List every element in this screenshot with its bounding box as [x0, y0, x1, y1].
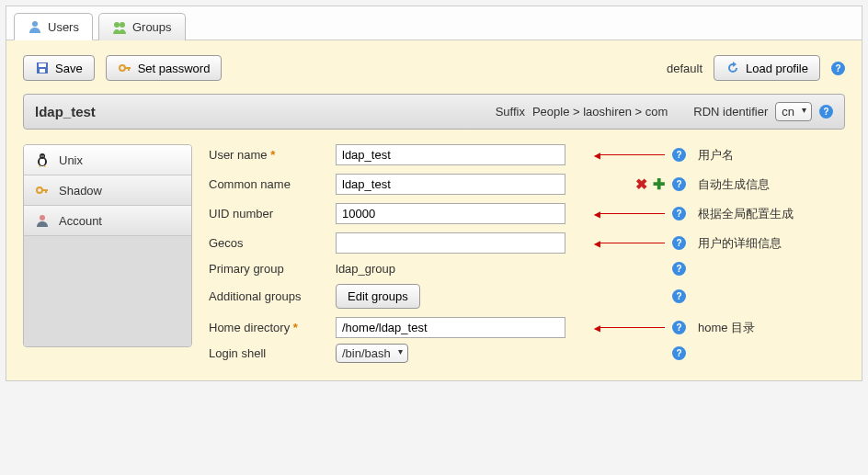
- key-icon: [35, 183, 50, 198]
- sidebar-empty: [24, 236, 191, 346]
- sidetab-shadow[interactable]: Shadow: [24, 175, 191, 206]
- help-icon[interactable]: ?: [672, 177, 686, 191]
- annotation-username: 用户名: [698, 147, 845, 164]
- suffix-value: People > laoshiren > com: [532, 105, 668, 119]
- additional-label: Additional groups: [209, 289, 328, 303]
- help-icon[interactable]: ?: [819, 105, 833, 119]
- arrow-icon: ◀: [573, 237, 665, 250]
- save-button[interactable]: Save: [23, 55, 95, 81]
- svg-point-1: [114, 22, 120, 28]
- svg-point-12: [37, 187, 42, 193]
- help-icon[interactable]: ?: [672, 346, 686, 360]
- body: Unix Shadow Account User name * ◀ ? 用户名: [23, 144, 845, 360]
- common-actions: ✖ ✚: [573, 175, 665, 193]
- help-icon[interactable]: ?: [672, 262, 686, 276]
- sidetab-unix[interactable]: Unix: [24, 145, 191, 175]
- suffix-label: Suffix: [496, 105, 525, 119]
- shell-select[interactable]: /bin/bash: [336, 344, 408, 363]
- gecos-label: Gecos: [209, 236, 328, 250]
- key-icon: [118, 61, 132, 75]
- username-input[interactable]: [336, 144, 565, 165]
- home-label: Home directory *: [209, 321, 328, 334]
- annotation-common: 自动生成信息: [698, 176, 845, 193]
- svg-point-9: [40, 153, 45, 159]
- save-icon: [35, 61, 50, 75]
- add-icon[interactable]: ✚: [653, 175, 665, 193]
- sidetab-account-label: Account: [59, 214, 102, 228]
- uid-input[interactable]: [336, 203, 565, 224]
- sidetab-unix-label: Unix: [59, 153, 83, 167]
- rdn-label: RDN identifier: [693, 105, 768, 119]
- entry-title: ldap_test: [35, 104, 96, 119]
- app-frame: Users Groups Save Set password default L…: [6, 6, 862, 381]
- svg-point-11: [42, 155, 43, 156]
- toolbar: Save Set password default Load profile ?: [23, 55, 845, 81]
- remove-icon[interactable]: ✖: [635, 175, 647, 193]
- save-label: Save: [55, 62, 83, 75]
- help-icon[interactable]: ?: [672, 207, 686, 221]
- svg-point-2: [120, 22, 125, 28]
- help-icon[interactable]: ?: [672, 148, 686, 162]
- gecos-input[interactable]: [336, 232, 565, 254]
- annotation-uid: 根据全局配置生成: [698, 206, 845, 222]
- person-icon: [35, 213, 50, 228]
- tab-users-label: Users: [48, 20, 79, 34]
- side-tabs: Unix Shadow Account: [23, 144, 192, 347]
- svg-point-6: [120, 65, 125, 71]
- tab-groups[interactable]: Groups: [98, 13, 186, 40]
- home-input[interactable]: [336, 317, 565, 338]
- group-icon: [112, 20, 127, 35]
- load-profile-button[interactable]: Load profile: [714, 55, 820, 81]
- arrow-icon: ◀: [573, 149, 665, 162]
- shell-label: Login shell: [209, 346, 328, 360]
- svg-point-0: [32, 21, 38, 27]
- primary-value: ldap_group: [336, 262, 565, 276]
- help-icon[interactable]: ?: [831, 62, 845, 75]
- sidetab-account[interactable]: Account: [24, 206, 191, 236]
- reload-icon: [725, 61, 740, 75]
- svg-point-10: [40, 155, 41, 156]
- load-profile-label: Load profile: [746, 62, 808, 75]
- help-icon[interactable]: ?: [672, 236, 686, 250]
- tab-users[interactable]: Users: [14, 13, 93, 40]
- common-label: Common name: [209, 177, 328, 191]
- annotation-gecos: 用户的详细信息: [698, 235, 845, 252]
- top-tabs: Users Groups: [6, 6, 862, 40]
- set-password-button[interactable]: Set password: [106, 55, 223, 81]
- annotation-home: home 目录: [698, 320, 845, 336]
- common-input[interactable]: [336, 174, 565, 195]
- penguin-icon: [35, 153, 50, 167]
- help-icon[interactable]: ?: [672, 289, 686, 303]
- svg-point-13: [40, 215, 45, 221]
- primary-label: Primary group: [209, 262, 328, 276]
- arrow-icon: ◀: [573, 322, 665, 334]
- help-icon[interactable]: ?: [672, 321, 686, 334]
- tab-groups-label: Groups: [132, 20, 172, 34]
- default-label: default: [667, 62, 702, 75]
- svg-point-8: [40, 158, 45, 165]
- rdn-select[interactable]: cn: [775, 102, 812, 121]
- uid-label: UID number: [209, 207, 328, 221]
- user-icon: [28, 19, 42, 34]
- svg-rect-5: [40, 69, 45, 73]
- set-password-label: Set password: [138, 62, 211, 75]
- arrow-icon: ◀: [573, 208, 665, 221]
- svg-rect-4: [39, 63, 46, 67]
- main-panel: Save Set password default Load profile ?…: [6, 40, 862, 380]
- entry-header: ldap_test Suffix People > laoshiren > co…: [23, 94, 845, 130]
- form: User name * ◀ ? 用户名 Common name ✖ ✚ ? 自动…: [209, 144, 845, 360]
- edit-groups-button[interactable]: Edit groups: [336, 284, 420, 309]
- sidetab-shadow-label: Shadow: [59, 184, 102, 198]
- username-label: User name *: [209, 148, 328, 162]
